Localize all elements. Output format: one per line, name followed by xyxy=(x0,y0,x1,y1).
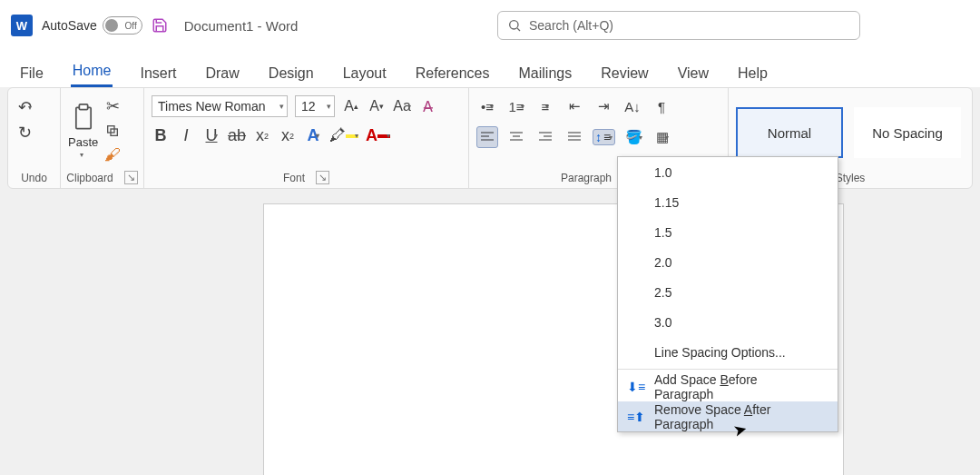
decrease-indent-icon[interactable]: ⇤ xyxy=(564,95,585,117)
tab-view[interactable]: View xyxy=(676,60,710,87)
highlight-icon[interactable]: 🖍▾ xyxy=(329,126,358,145)
style-no-spacing[interactable]: No Spacing xyxy=(854,107,961,158)
superscript-icon[interactable]: x2 xyxy=(279,126,297,145)
search-box[interactable]: Search (Alt+Q) xyxy=(497,11,860,40)
justify-icon[interactable] xyxy=(564,126,585,148)
spacing-1-15[interactable]: 1.15 xyxy=(618,187,838,217)
paste-label: Paste xyxy=(68,135,98,149)
shading-icon[interactable]: 🪣▾ xyxy=(622,126,644,148)
group-label-font: Font xyxy=(283,172,305,184)
line-spacing-menu: 1.0 1.15 1.5 2.0 2.5 3.0 Line Spacing Op… xyxy=(617,156,838,432)
bold-icon[interactable]: B xyxy=(152,126,170,145)
tab-design[interactable]: Design xyxy=(267,60,316,87)
tab-mailings[interactable]: Mailings xyxy=(517,60,574,87)
group-label-paragraph: Paragraph xyxy=(561,172,612,184)
tab-help[interactable]: Help xyxy=(736,60,769,87)
group-label-undo: Undo xyxy=(15,170,53,186)
clipboard-launcher[interactable]: ↘ xyxy=(124,171,138,184)
spacing-3-0[interactable]: 3.0 xyxy=(618,307,838,337)
svg-rect-2 xyxy=(75,107,90,128)
spacing-1-0[interactable]: 1.0 xyxy=(618,157,838,187)
sort-icon[interactable]: A↓ xyxy=(622,95,643,117)
remove-space-after-icon: ≡⬆ xyxy=(627,410,645,424)
style-normal[interactable]: Normal xyxy=(736,107,843,158)
change-case-icon[interactable]: Aa▾ xyxy=(393,98,411,114)
autosave-toggle[interactable]: Off xyxy=(103,16,142,35)
clear-format-icon[interactable]: A̶ xyxy=(418,98,436,115)
group-label-styles: Styles xyxy=(836,172,866,184)
line-spacing-options[interactable]: Line Spacing Options... xyxy=(618,337,838,367)
tab-review[interactable]: Review xyxy=(599,60,650,87)
cut-icon[interactable]: ✂ xyxy=(103,96,122,116)
undo-icon[interactable]: ↶▾ xyxy=(15,97,34,117)
svg-line-1 xyxy=(517,28,520,31)
menu-separator xyxy=(618,369,838,370)
copy-icon[interactable] xyxy=(103,124,122,138)
shrink-font-icon[interactable]: A▾ xyxy=(368,98,386,114)
borders-icon[interactable]: ▦▾ xyxy=(652,126,673,148)
tab-file[interactable]: File xyxy=(18,60,45,87)
tab-draw[interactable]: Draw xyxy=(203,60,240,87)
tab-home[interactable]: Home xyxy=(71,57,113,87)
tab-references[interactable]: References xyxy=(414,60,492,87)
word-app-icon: W xyxy=(11,15,33,36)
align-center-icon[interactable] xyxy=(505,126,527,148)
search-icon xyxy=(507,18,522,33)
multilevel-icon[interactable]: ≡▾ xyxy=(534,95,556,117)
title-bar: W AutoSave Off Document1 - Word Search (… xyxy=(0,0,980,51)
tab-insert[interactable]: Insert xyxy=(138,60,178,87)
autosave-label: AutoSave xyxy=(42,18,97,33)
subscript-icon[interactable]: x2 xyxy=(253,126,271,145)
underline-icon[interactable]: U▾ xyxy=(202,126,220,145)
remove-space-after[interactable]: ≡⬆Remove Space After Paragraph xyxy=(618,401,838,431)
bullets-icon[interactable]: •≡▾ xyxy=(476,95,498,117)
document-title: Document1 - Word xyxy=(184,18,299,34)
font-color-icon[interactable]: A▾ xyxy=(366,126,390,145)
font-name-select[interactable]: Times New Roman▾ xyxy=(152,95,288,117)
search-placeholder: Search (Alt+Q) xyxy=(529,18,613,33)
font-launcher[interactable]: ↘ xyxy=(316,171,329,184)
save-icon[interactable] xyxy=(152,17,168,34)
chevron-down-icon: ▾ xyxy=(279,102,284,111)
autosave-state: Off xyxy=(125,21,137,31)
chevron-down-icon: ▾ xyxy=(327,102,331,111)
add-space-before-icon: ⬇≡ xyxy=(627,380,645,394)
strikethrough-icon[interactable]: ab xyxy=(228,126,246,145)
ribbon-tabs: File Home Insert Draw Design Layout Refe… xyxy=(0,51,980,87)
spacing-2-0[interactable]: 2.0 xyxy=(618,247,838,277)
group-label-clipboard: Clipboard xyxy=(66,172,113,184)
add-space-before-label: Add Space Before Paragraph xyxy=(654,372,819,401)
toggle-knob xyxy=(105,19,118,32)
line-spacing-button[interactable]: ↕≡▾ xyxy=(593,129,615,145)
group-undo: ↶▾ ↻ Undo xyxy=(8,88,61,188)
grow-font-icon[interactable]: A▴ xyxy=(342,98,360,114)
add-space-before[interactable]: ⬇≡Add Space Before Paragraph xyxy=(618,371,838,401)
autosave-control[interactable]: AutoSave Off xyxy=(42,16,142,35)
group-font: Times New Roman▾ 12▾ A▴ A▾ Aa▾ A̶ B I U▾… xyxy=(144,88,469,188)
align-right-icon[interactable] xyxy=(534,126,556,148)
tab-layout[interactable]: Layout xyxy=(341,60,388,87)
font-size-select[interactable]: 12▾ xyxy=(295,95,335,117)
spacing-2-5[interactable]: 2.5 xyxy=(618,277,838,307)
format-painter-icon[interactable]: 🖌 xyxy=(103,145,122,164)
group-clipboard: Paste ▾ ✂ 🖌 Clipboard↘ xyxy=(61,88,144,188)
svg-rect-3 xyxy=(79,104,87,109)
spacing-1-5[interactable]: 1.5 xyxy=(618,217,838,247)
chevron-down-icon: ▾ xyxy=(80,151,83,159)
text-effects-icon[interactable]: A▾ xyxy=(304,126,322,145)
align-left-icon[interactable] xyxy=(476,126,498,148)
redo-icon[interactable]: ↻ xyxy=(15,123,34,143)
svg-point-0 xyxy=(510,21,518,29)
paste-button[interactable]: Paste ▾ xyxy=(68,103,98,159)
numbering-icon[interactable]: 1≡▾ xyxy=(505,95,527,117)
italic-icon[interactable]: I xyxy=(177,126,195,145)
increase-indent-icon[interactable]: ⇥ xyxy=(593,95,614,117)
show-marks-icon[interactable]: ¶ xyxy=(651,95,672,117)
